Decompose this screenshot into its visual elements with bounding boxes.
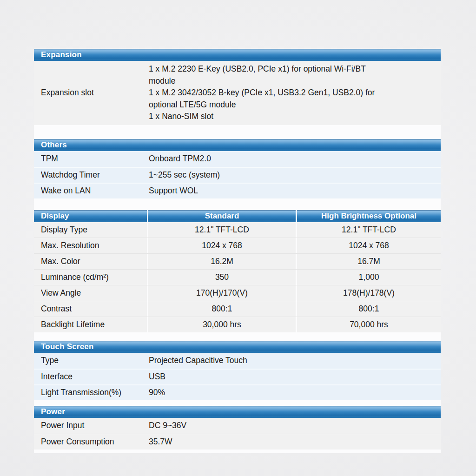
spec-row-backlight-lifetime: Backlight Lifetime 30,000 hrs 70,000 hrs (34, 317, 441, 332)
row-label: TPM (34, 154, 149, 164)
cell-high-brightness: 800:1 (296, 301, 441, 317)
column-header-standard: Standard (148, 210, 296, 222)
section-header-expansion: Expansion (34, 49, 441, 61)
section-touch-screen: Touch Screen Type Projected Capacitive T… (34, 341, 441, 400)
row-label: Display Type (34, 222, 147, 238)
spec-sheet: Expansion Expansion slot 1 x M.2 2230 E-… (34, 49, 441, 453)
cell-high-brightness: 1,000 (296, 270, 441, 285)
spec-row-type: Type Projected Capacitive Touch (34, 353, 441, 369)
section-others: Others TPM Onboard TPM2.0 Watchdog Timer… (34, 139, 441, 198)
cell-high-brightness: 70,000 hrs (296, 317, 441, 332)
section-power: Power Power Input DC 9~36V Power Consump… (34, 406, 441, 450)
spec-row-max-resolution: Max. Resolution 1024 x 768 1024 x 768 (34, 238, 441, 253)
row-value: Support WOL (149, 186, 441, 196)
cell-standard: 16.2M (147, 254, 296, 269)
spec-row-contrast: Contrast 800:1 800:1 (34, 301, 441, 317)
row-value: Projected Capacitive Touch (149, 356, 441, 365)
cell-standard: 30,000 hrs (147, 317, 296, 332)
row-label: Luminance (cd/m²) (34, 270, 147, 285)
row-value: 1~255 sec (system) (149, 170, 441, 180)
row-label: Contrast (34, 301, 147, 317)
section-display: Display Standard High Brightness Optiona… (34, 210, 441, 332)
row-value: 35.7W (149, 437, 441, 447)
row-label: View Angle (34, 285, 147, 301)
row-value: Onboard TPM2.0 (149, 154, 441, 164)
cell-high-brightness: 1024 x 768 (296, 238, 441, 253)
column-header-high-brightness: High Brightness Optional (297, 210, 441, 222)
spec-row-watchdog-timer: Watchdog Timer 1~255 sec (system) (34, 167, 441, 183)
cell-standard: 1024 x 768 (147, 238, 296, 253)
display-table-header: Display Standard High Brightness Optiona… (34, 210, 441, 222)
row-label: Max. Color (34, 254, 147, 269)
row-value: DC 9~36V (149, 421, 441, 430)
column-header-display: Display (34, 210, 147, 222)
row-label: Expansion slot (34, 88, 149, 98)
row-label: Backlight Lifetime (34, 317, 147, 332)
spec-row-interface: Interface USB (34, 369, 441, 384)
spec-row-luminance: Luminance (cd/m²) 350 1,000 (34, 269, 441, 285)
section-header-others: Others (34, 139, 441, 151)
cell-high-brightness: 178(H)/178(V) (296, 285, 441, 301)
cell-standard: 800:1 (147, 301, 296, 317)
row-label: Interface (34, 372, 149, 382)
row-label: Type (34, 356, 149, 365)
row-label: Max. Resolution (34, 238, 147, 253)
cell-standard: 12.1" TFT-LCD (147, 222, 296, 238)
spec-row-light-transmission: Light Transmission(%) 90% (34, 384, 441, 400)
spec-row-wake-on-lan: Wake on LAN Support WOL (34, 183, 441, 198)
section-header-power: Power (34, 406, 441, 418)
row-label: Watchdog Timer (34, 170, 149, 180)
spec-row-max-color: Max. Color 16.2M 16.7M (34, 253, 441, 269)
spec-row-view-angle: View Angle 170(H)/170(V) 178(H)/178(V) (34, 285, 441, 301)
section-header-touch-screen: Touch Screen (34, 341, 441, 353)
spec-row-power-input: Power Input DC 9~36V (34, 418, 441, 434)
cell-high-brightness: 16.7M (296, 254, 441, 269)
spec-row-tpm: TPM Onboard TPM2.0 (34, 151, 441, 167)
row-value: 90% (149, 388, 441, 397)
cell-high-brightness: 12.1" TFT-LCD (296, 222, 441, 238)
row-value: USB (149, 372, 441, 382)
spec-row-expansion-slot: Expansion slot 1 x M.2 2230 E-Key (USB2.… (34, 61, 441, 125)
row-label: Wake on LAN (34, 186, 149, 196)
cell-standard: 170(H)/170(V) (147, 285, 296, 301)
row-value: 1 x M.2 2230 E-Key (USB2.0, PCIe x1) for… (149, 61, 441, 125)
row-label: Power Input (34, 421, 149, 430)
cell-standard: 350 (147, 270, 296, 285)
row-label: Power Consumption (34, 437, 149, 447)
spec-row-display-type: Display Type 12.1" TFT-LCD 12.1" TFT-LCD (34, 222, 441, 238)
spec-row-power-consumption: Power Consumption 35.7W (34, 434, 441, 450)
row-label: Light Transmission(%) (34, 388, 149, 397)
section-expansion: Expansion Expansion slot 1 x M.2 2230 E-… (34, 49, 441, 125)
